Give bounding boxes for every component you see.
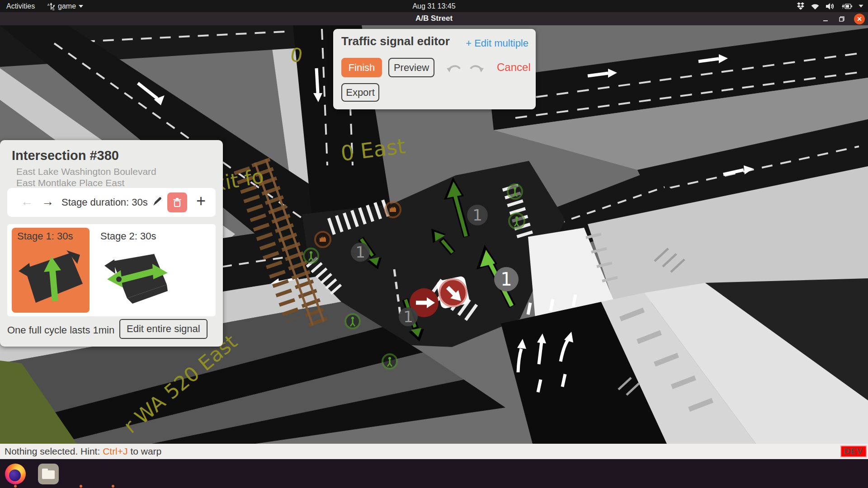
dev-badge: DEV <box>840 446 867 457</box>
minimize-button[interactable] <box>820 14 831 24</box>
walk-signal-icon <box>509 213 524 229</box>
road-name: East Lake Washington Boulevard <box>16 166 156 177</box>
status-message-suffix: to warp <box>128 446 162 456</box>
svg-text:1: 1 <box>500 269 512 290</box>
dropbox-icon <box>797 2 805 10</box>
edit-entire-signal-button[interactable]: Edit entire signal <box>119 319 208 339</box>
preview-button[interactable]: Preview <box>388 58 434 77</box>
dont-walk-hand-icon <box>315 232 330 247</box>
stage-cards: Stage 1: 30s Stage 2: 30s <box>7 224 216 316</box>
status-bar: Nothing selected. Hint: Ctrl+J to warp D… <box>0 444 868 459</box>
stage-1-tile[interactable]: Stage 1: 30s <box>12 228 90 313</box>
close-button[interactable]: ✕ <box>854 14 865 24</box>
intersection-panel: Intersection #380 East Lake Washington B… <box>0 140 223 347</box>
running-indicator <box>14 485 17 488</box>
svg-text:1: 1 <box>403 308 413 326</box>
stage-badge: 1 <box>467 205 488 225</box>
firefox-icon[interactable] <box>5 464 26 484</box>
edit-pencil-icon[interactable] <box>152 196 163 207</box>
undo-icon[interactable] <box>445 62 462 74</box>
stage-badge-active: 1 <box>494 267 519 291</box>
stage-2-label: Stage 2: 30s <box>100 230 156 242</box>
editor-title: Traffic signal editor <box>341 34 450 48</box>
system-menu-chevron-icon[interactable] <box>859 5 863 8</box>
intersection-title: Intersection #380 <box>12 148 119 163</box>
stage-1-thumbnail <box>17 245 85 308</box>
walk-signal-icon <box>382 354 397 369</box>
banned-turn-signal-card[interactable] <box>436 276 470 309</box>
cycle-note: One full cycle lasts 1min <box>7 324 114 336</box>
svg-text:1: 1 <box>472 206 482 224</box>
status-hotkey: Ctrl+J <box>103 446 127 456</box>
walk-signal-icon <box>508 184 522 199</box>
previous-stage-arrow[interactable]: ← <box>21 195 33 209</box>
stage-duration-label: Stage duration: 30s <box>61 197 148 208</box>
gnome-top-bar: Activities A B game Aug 31 13:45 <box>0 0 868 12</box>
restore-button[interactable] <box>836 14 847 24</box>
road-name: East Montlake Place East <box>16 178 124 188</box>
clock[interactable]: Aug 31 13:45 <box>0 2 868 10</box>
files-icon[interactable] <box>38 464 59 484</box>
stage-badge: 1 <box>399 307 418 326</box>
minimize-icon <box>822 16 829 22</box>
cancel-button[interactable]: Cancel <box>497 61 531 74</box>
dont-walk-hand-icon <box>385 202 401 217</box>
running-indicator <box>80 485 82 488</box>
running-indicator <box>112 485 114 488</box>
finish-button[interactable]: Finish <box>341 58 382 77</box>
trash-icon <box>173 197 182 208</box>
walk-signal-icon <box>304 249 318 263</box>
battery-charging-icon <box>841 3 853 10</box>
stage-toolbar: ← → Stage duration: 30s + <box>7 188 216 217</box>
add-stage-button[interactable]: + <box>196 192 206 211</box>
svg-text:1: 1 <box>355 243 365 261</box>
status-message: Nothing selected. Hint: <box>5 446 103 456</box>
volume-icon <box>826 3 835 10</box>
window-title: A/B Street <box>0 14 868 23</box>
delete-stage-button[interactable] <box>167 192 187 212</box>
export-button[interactable]: Export <box>341 83 379 102</box>
walk-signal-icon <box>345 314 360 328</box>
window-title-bar: A/B Street ✕ <box>0 12 868 25</box>
traffic-signal-editor-panel: Traffic signal editor + Edit multiple Fi… <box>333 29 536 109</box>
restore-icon <box>839 16 845 22</box>
stage-badge: 1 <box>351 243 370 262</box>
stage-2-thumbnail <box>100 245 168 308</box>
redo-icon[interactable] <box>469 62 485 74</box>
dock <box>0 459 868 488</box>
wifi-icon <box>811 3 820 10</box>
next-stage-arrow[interactable]: → <box>42 195 54 209</box>
stage-2-tile[interactable]: Stage 2: 30s <box>95 228 173 313</box>
stage-1-label: Stage 1: 30s <box>17 230 73 242</box>
edit-multiple-link[interactable]: + Edit multiple <box>466 38 528 49</box>
